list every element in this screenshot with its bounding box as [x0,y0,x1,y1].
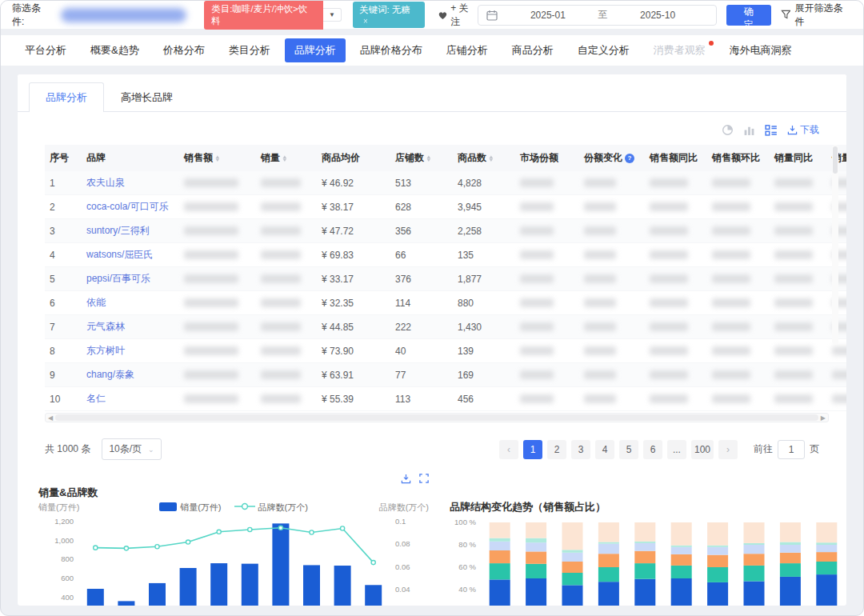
cell: 880 [453,291,515,315]
cell: 139 [453,339,515,363]
page-button-3[interactable]: 3 [571,440,590,459]
keyword-filter-tag[interactable]: 关键词: 无糖× [353,2,425,28]
nav-tab-商品分析[interactable]: 商品分析 [502,38,563,62]
nav-tab-品牌分析[interactable]: 品牌分析 [285,38,346,62]
redacted-value [584,298,616,307]
table-toolbar: 下载 [18,112,846,142]
nav-tab-海外电商洞察[interactable]: 海外电商洞察 [720,38,802,62]
nav-tab-平台分析[interactable]: 平台分析 [15,38,76,62]
brand-link[interactable]: pepsi/百事可乐 [86,273,150,284]
col-header-商品数[interactable]: 商品数▲▼ [453,145,515,171]
fullscreen-icon[interactable] [419,474,429,483]
redacted-value [520,274,554,283]
redacted-value [184,394,238,403]
cell: ¥ 46.92 [317,171,390,195]
nav-tab-品牌价格分布[interactable]: 品牌价格分布 [350,38,432,62]
redacted-value [184,274,238,283]
col-header-店铺数[interactable]: 店铺数▲▼ [390,145,453,171]
confirm-button[interactable]: 确定 [726,5,771,26]
redacted-value [774,274,813,283]
scrollbar-thumb[interactable] [55,414,818,421]
nav-tab-类目分析[interactable]: 类目分析 [219,38,280,62]
subtab-高增长品牌[interactable]: 高增长品牌 [104,82,190,112]
nav-tabs: 平台分析概要&趋势价格分布类目分析品牌分析品牌价格分布店铺分析商品分析自定义分析… [1,35,863,66]
redacted-value [520,322,554,331]
brand-link[interactable]: 依能 [86,297,106,308]
legend-item-bar[interactable]: 销量(万件) [159,502,221,514]
redacted-value [261,202,301,211]
filter-right-group: 2025-01 至 2025-10 确定 展开筛选条件 [478,2,852,29]
cell: 169 [453,363,515,387]
page-button-2[interactable]: 2 [547,440,566,459]
table-download-button[interactable]: 下载 [787,123,819,137]
bar-chart-view-icon[interactable] [743,124,755,136]
page-button-100[interactable]: 100 [691,440,714,459]
sort-icon[interactable]: ▲▼ [426,155,431,162]
page-size-select[interactable]: 10条/页 ⌄ [102,438,161,460]
goto-page: 前往 页 [754,440,819,459]
sort-icon[interactable]: ▲▼ [282,155,287,162]
info-icon[interactable]: ? [625,154,634,163]
brand-link[interactable]: 农夫山泉 [86,177,125,188]
chart-download-icon[interactable] [401,474,411,484]
prev-page-button[interactable]: ‹ [499,440,518,459]
remove-keyword-icon[interactable]: × [363,17,368,26]
follow-button[interactable]: + 关注 [438,2,478,29]
page-buttons: 123456...100 [523,440,714,459]
sort-icon[interactable]: ▲▼ [489,155,494,162]
brand-link[interactable]: 元气森林 [86,321,125,332]
cell: 5 [45,267,82,291]
redacted-value [184,322,238,331]
table-view-icon[interactable] [765,124,778,137]
scroll-left-arrow-icon[interactable]: ◀ [46,414,55,422]
category-filter-tag[interactable]: 类目:咖啡/麦片/冲饮>饮料 [204,1,323,30]
date-end[interactable]: 2025-10 [608,10,708,21]
svg-text:100 %: 100 % [454,518,476,526]
brand-structure-stacked-chart[interactable]: 0 %20 %40 %60 %80 %100 %2025-012025-0220… [445,516,847,606]
page-button-5[interactable]: 5 [619,440,638,459]
col-header-销售额[interactable]: 销售额▲▼ [179,145,256,171]
page-button-6[interactable]: 6 [643,440,662,459]
redacted-value [650,226,688,235]
date-range-picker[interactable]: 2025-01 至 2025-10 [478,5,716,26]
goto-page-input[interactable] [778,440,805,459]
subtab-品牌分析[interactable]: 品牌分析 [29,82,104,112]
brand-link[interactable]: 名仁 [86,393,106,404]
page-button-1[interactable]: 1 [523,440,542,459]
nav-tab-自定义分析[interactable]: 自定义分析 [568,38,639,62]
brand-link[interactable]: chang/泰象 [86,369,134,380]
nav-tab-价格分布[interactable]: 价格分布 [154,38,214,62]
right-chart-title: 品牌结构变化趋势（销售额占比） [445,500,847,516]
category-dropdown-caret-icon[interactable]: ▼ [323,8,342,22]
table-vertical-scrollbar[interactable] [832,145,838,345]
nav-tab-概要&趋势[interactable]: 概要&趋势 [81,38,149,62]
nav-tab-店铺分析[interactable]: 店铺分析 [437,38,498,62]
pie-chart-view-icon[interactable] [722,124,734,136]
cell: 113 [390,387,453,411]
col-header-市场份额: 市场份额 [515,145,579,171]
brand-link[interactable]: coca-cola/可口可乐 [86,201,169,212]
legend-item-line[interactable]: 品牌数(万个) [234,502,308,514]
redacted-value [261,370,301,379]
redacted-value [774,178,813,187]
redacted-value [774,394,813,403]
nav-tab-消费者观察[interactable]: 消费者观察 [644,38,715,62]
brand-link[interactable]: 东方树叶 [86,345,125,356]
redacted-value [261,226,301,235]
table-row: 3suntory/三得利¥ 47.723562,258 [45,219,847,243]
col-header-销量[interactable]: 销量▲▼ [256,145,317,171]
cell: 4 [45,243,82,267]
next-page-button[interactable]: › [718,440,738,459]
page-button-...[interactable]: ... [667,440,686,459]
brand-link[interactable]: watsons/屈臣氏 [86,249,153,260]
table-row: 1农夫山泉¥ 46.925134,828 [45,171,847,195]
brand-link[interactable]: suntory/三得利 [86,225,150,236]
table-horizontal-scrollbar[interactable]: ◀ ▶ [45,413,829,422]
date-start[interactable]: 2025-01 [498,10,598,21]
brand-table-wrap: 序号品牌销售额▲▼销量▲▼商品均价店铺数▲▼商品数▲▼市场份额份额变化?销售额同… [45,145,829,411]
scroll-right-arrow-icon[interactable]: ▶ [818,414,828,422]
page-button-4[interactable]: 4 [595,440,614,459]
expand-filters-button[interactable]: 展开筛选条件 [781,2,852,29]
sales-brands-combo-chart[interactable]: 02004006008001,0001,20000.020.040.060.08… [34,514,434,606]
sort-icon[interactable]: ▲▼ [215,155,220,162]
